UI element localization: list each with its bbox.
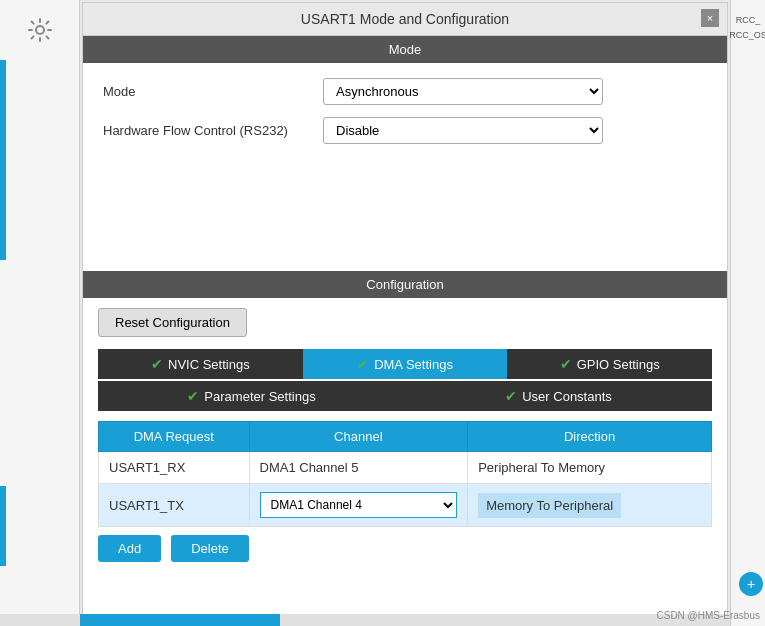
dma-check-icon: ✔ — [357, 356, 369, 372]
config-header: Configuration — [83, 271, 727, 298]
tab-user-constants[interactable]: ✔ User Constants — [405, 381, 712, 411]
table-row: USART1_RX DMA1 Channel 5 Peripheral To M… — [99, 452, 712, 484]
channel-cell-2[interactable]: DMA1 Channel 4 DMA1 Channel 5 DMA1 Chann… — [249, 484, 468, 527]
watermark: CSDN @HMS-Erasbus — [656, 610, 760, 621]
left-sidebar — [0, 0, 80, 626]
right-sidebar: RCC_ RCC_OS + — [730, 0, 765, 626]
col-channel: Channel — [249, 422, 468, 452]
bottom-buttons: Add Delete — [98, 535, 712, 562]
close-button[interactable]: × — [701, 9, 719, 27]
gpio-check-icon: ✔ — [560, 356, 572, 372]
dma-table: DMA Request Channel Direction USART1_RX … — [98, 421, 712, 527]
mode-section: Mode Asynchronous Synchronous Single Wir… — [83, 63, 727, 171]
config-content: Reset Configuration ✔ NVIC Settings ✔ DM… — [83, 298, 727, 572]
mode-select[interactable]: Asynchronous Synchronous Single Wire — [323, 78, 603, 105]
scrollbar-thumb[interactable] — [82, 614, 280, 624]
title-bar: USART1 Mode and Configuration × — [83, 3, 727, 36]
mode-field-row: Mode Asynchronous Synchronous Single Wir… — [103, 78, 707, 105]
direction-cell-2: Memory To Peripheral — [468, 484, 712, 527]
svg-point-0 — [36, 26, 44, 34]
config-section: Configuration Reset Configuration ✔ NVIC… — [83, 271, 727, 623]
tabs-row2: ✔ Parameter Settings ✔ User Constants — [98, 381, 712, 411]
col-dma-request: DMA Request — [99, 422, 250, 452]
window-title: USART1 Mode and Configuration — [301, 11, 509, 27]
nvic-check-icon: ✔ — [151, 356, 163, 372]
tab-gpio-settings[interactable]: ✔ GPIO Settings — [507, 349, 712, 379]
tabs-row1: ✔ NVIC Settings ✔ DMA Settings ✔ GPIO Se… — [98, 349, 712, 379]
reset-config-button[interactable]: Reset Configuration — [98, 308, 247, 337]
hardware-flow-select[interactable]: Disable Enable — [323, 117, 603, 144]
mode-section-header: Mode — [83, 36, 727, 63]
add-button[interactable]: Add — [98, 535, 161, 562]
table-row: USART1_TX DMA1 Channel 4 DMA1 Channel 5 … — [99, 484, 712, 527]
rcc-label-2: RCC_OS — [729, 30, 765, 40]
mode-label: Mode — [103, 84, 323, 99]
delete-button[interactable]: Delete — [171, 535, 249, 562]
main-content: USART1 Mode and Configuration × Mode Mod… — [82, 2, 728, 624]
rcc-label-1: RCC_ — [736, 15, 761, 25]
direction-cell-1: Peripheral To Memory — [468, 452, 712, 484]
table-header-row: DMA Request Channel Direction — [99, 422, 712, 452]
gear-icon[interactable] — [20, 10, 60, 50]
tab-parameter-settings[interactable]: ✔ Parameter Settings — [98, 381, 405, 411]
left-tab-bottom — [0, 486, 6, 566]
col-direction: Direction — [468, 422, 712, 452]
param-check-icon: ✔ — [187, 388, 199, 404]
hardware-flow-label: Hardware Flow Control (RS232) — [103, 123, 323, 138]
tab-nvic-settings[interactable]: ✔ NVIC Settings — [98, 349, 303, 379]
zoom-button[interactable]: + — [739, 572, 763, 596]
hardware-flow-row: Hardware Flow Control (RS232) Disable En… — [103, 117, 707, 144]
horizontal-scrollbar[interactable] — [82, 614, 728, 624]
tab-dma-settings[interactable]: ✔ DMA Settings — [303, 349, 508, 379]
left-tab-top — [0, 60, 6, 260]
dma-request-cell-1: USART1_RX — [99, 452, 250, 484]
user-check-icon: ✔ — [505, 388, 517, 404]
spacer — [83, 171, 727, 271]
channel-select[interactable]: DMA1 Channel 4 DMA1 Channel 5 DMA1 Chann… — [260, 492, 458, 518]
channel-cell-1: DMA1 Channel 5 — [249, 452, 468, 484]
dma-request-cell-2: USART1_TX — [99, 484, 250, 527]
